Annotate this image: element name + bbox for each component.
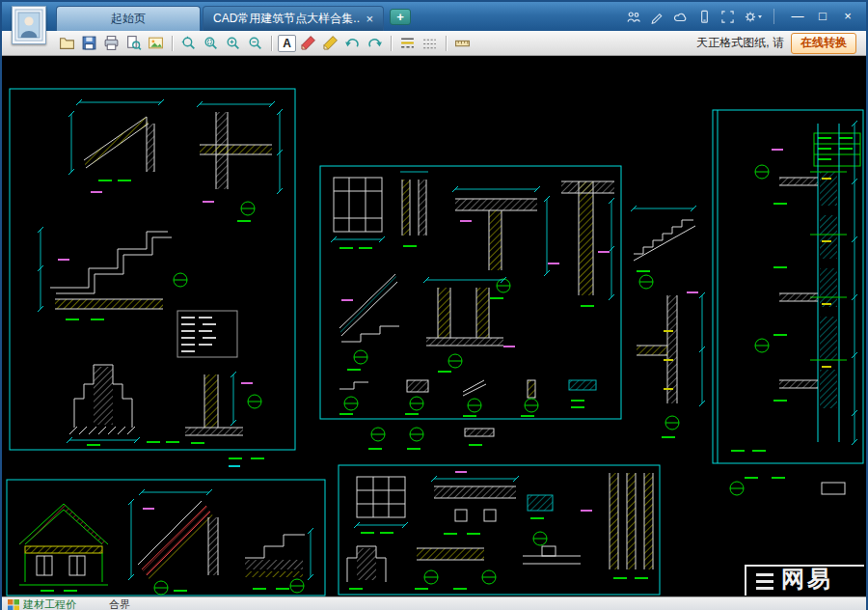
tab-close-icon[interactable]: × [366,13,373,25]
titlebar-divider [773,9,774,24]
tab-start-page[interactable]: 起始页 [56,6,201,31]
edit-pen-icon[interactable] [650,10,665,24]
cad-drawing-canvas[interactable] [2,56,866,596]
cad-panel-top-left [10,89,295,450]
yellow-pen-button[interactable] [320,33,340,53]
format-notice-text: 天正格式图纸, 请 [696,35,784,51]
app-logo[interactable] [12,6,46,44]
tab-cad-document[interactable]: CAD常用建筑节点大样合集... × [203,6,384,31]
title-bar: 起始页 CAD常用建筑节点大样合集... × + [2,2,866,31]
status-app-label[interactable]: 建材工程价 [23,597,76,610]
online-convert-button[interactable]: 在线转换 [791,33,856,54]
red-pencil-button[interactable] [298,33,318,53]
status-doc-label: 合界 [109,597,130,610]
status-app-icon[interactable] [8,599,19,610]
settings-gear-icon[interactable] [744,10,763,24]
titlebar-icon-cluster: — □ × [626,4,866,29]
avatar-icon [14,9,43,42]
export-image-button[interactable] [146,33,166,53]
print-preview-button[interactable] [123,33,144,53]
new-tab-button[interactable]: + [390,9,411,25]
save-button[interactable] [79,33,99,53]
netease-watermark: 网易 [781,567,833,592]
main-toolbar: A [2,31,866,56]
toolbar-separator [172,36,173,51]
window-controls: — □ × [785,4,860,29]
redo-button[interactable] [365,33,385,53]
toolbar-separator [391,36,392,51]
cad-panel-bottom-left [7,480,325,596]
cad-scattered-callouts [229,428,845,495]
open-button[interactable] [57,33,77,53]
close-button[interactable]: × [835,4,860,29]
cad-detail-column [637,291,705,438]
cad-detail-stair [631,206,696,289]
status-bar: 建材工程价 合界 [2,596,866,610]
cad-panel-middle [320,166,621,419]
users-icon[interactable] [626,10,641,24]
mobile-phone-icon[interactable] [697,10,712,24]
tab-cad-document-label: CAD常用建筑节点大样合集... [213,11,360,27]
toolbar-separator [271,36,272,51]
undo-button[interactable] [342,33,363,53]
zoom-pan-button[interactable] [178,33,199,53]
text-style-button[interactable]: A [278,35,296,52]
maximize-button[interactable]: □ [810,4,835,29]
cloud-icon[interactable] [673,10,689,24]
app-window: 起始页 CAD常用建筑节点大样合集... × + [0,0,868,610]
fullscreen-icon[interactable] [720,10,735,24]
zoom-window-button[interactable] [201,33,221,53]
linetype-button[interactable] [397,33,418,53]
minimize-button[interactable]: — [785,4,810,29]
toolbar-right-area: 天正格式图纸, 请 在线转换 [696,33,866,54]
drawing-area: 网易 [2,56,866,596]
zoom-out-button[interactable] [245,33,265,53]
measure-button[interactable] [452,33,473,53]
cad-panel-right [713,110,863,463]
zoom-in-button[interactable] [223,33,243,53]
cad-panel-bottom-middle [339,465,660,595]
tab-start-page-label: 起始页 [111,11,146,27]
hatch-button[interactable] [420,33,440,53]
toolbar-separator [446,36,447,51]
print-button[interactable] [101,33,122,53]
